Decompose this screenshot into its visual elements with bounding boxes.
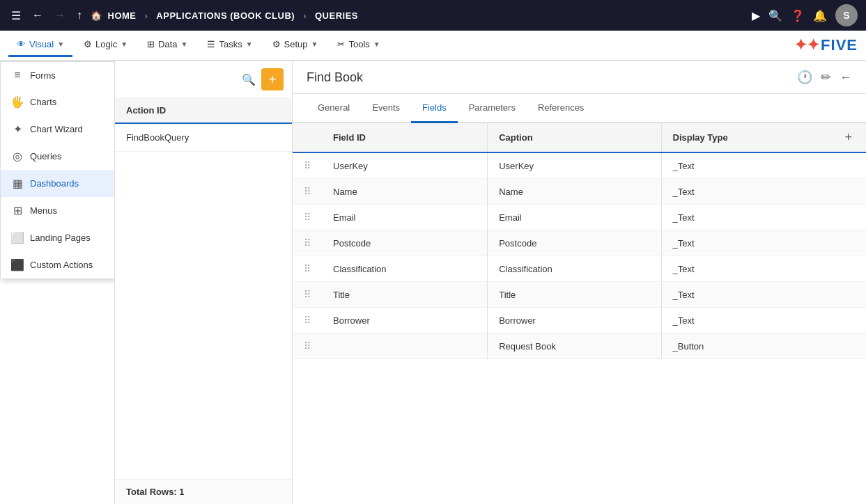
detail-actions: 🕐 ✏ ← (797, 70, 852, 85)
caption-cell: Title (488, 282, 660, 308)
data-caret: ▼ (181, 40, 188, 48)
field-id-cell: Classification (322, 256, 487, 282)
tasks-caret: ▼ (246, 40, 253, 48)
menu-item-menus[interactable]: ⊞ Menus (1, 197, 114, 224)
field-id-col-header: Field ID (322, 123, 487, 152)
tasks-icon: ☰ (207, 39, 215, 49)
nav-item-tools[interactable]: ✂ Tools ▼ (329, 33, 388, 57)
help-icon[interactable]: ❓ (791, 9, 805, 22)
drag-handle[interactable]: ⠿ (293, 282, 322, 308)
breadcrumb-app[interactable]: APPLICATIONS (BOOK CLUB) (156, 10, 295, 21)
menu-item-chart-wizard[interactable]: ✦ Chart Wizard (1, 116, 114, 143)
chart-wizard-icon: ✦ (10, 123, 24, 136)
edit-button[interactable]: ✏ (821, 70, 831, 85)
drag-handle[interactable]: ⠿ (293, 308, 322, 333)
display-type-col-header: Display Type (662, 123, 831, 152)
menu-item-queries[interactable]: ◎ Queries (1, 143, 114, 170)
play-icon[interactable]: ▶ (752, 9, 760, 22)
back-button[interactable]: ← (840, 70, 852, 85)
drag-handle[interactable]: ⠿ (293, 205, 322, 230)
breadcrumb-sep2: › (303, 10, 307, 21)
menu-item-landing-pages[interactable]: ⬜ Landing Pages (1, 224, 114, 251)
query-row[interactable]: FindBookQuery (115, 124, 292, 152)
add-query-button[interactable]: + (261, 68, 284, 90)
nav-item-visual[interactable]: 👁 Visual ▼ (8, 33, 72, 57)
field-id-cell: Postcode (322, 230, 487, 256)
caption-cell: Request Book (488, 333, 660, 359)
menu-item-forms[interactable]: ≡ Forms (1, 62, 114, 88)
breadcrumb-queries[interactable]: QUERIES (315, 10, 358, 21)
hamburger-icon[interactable]: ☰ (8, 6, 24, 25)
user-avatar[interactable]: S (835, 4, 858, 26)
back-icon[interactable]: ← (29, 6, 46, 24)
search-icon[interactable]: 🔍 (768, 9, 782, 22)
secondary-nav-bar: 👁 Visual ▼ ⚙ Logic ▼ ⊞ Data ▼ ☰ Tasks ▼ … (0, 31, 866, 61)
action-id-column-header: Action ID (115, 98, 292, 124)
custom-actions-icon: ⬛ (10, 258, 24, 271)
display-type-cell: _Text (662, 205, 831, 230)
tab-references[interactable]: References (527, 94, 595, 123)
table-row[interactable]: ⠿ Postcode Postcode _Text (293, 230, 866, 256)
breadcrumb-home[interactable]: HOME (108, 10, 137, 21)
table-row[interactable]: ⠿ Borrower Borrower _Text (293, 308, 866, 333)
dashboards-icon: ▦ (10, 177, 24, 190)
data-icon: ⊞ (147, 39, 155, 49)
up-icon[interactable]: ↑ (74, 6, 85, 24)
nav-item-setup[interactable]: ⚙ Setup ▼ (264, 33, 327, 57)
table-row[interactable]: ⠿ Request Book _Button (293, 333, 866, 359)
tab-general[interactable]: General (307, 94, 361, 123)
menus-icon: ⊞ (10, 204, 24, 217)
drag-handle[interactable]: ⠿ (293, 152, 322, 179)
table-row[interactable]: ⠿ Email Email _Text (293, 205, 866, 230)
add-field-button[interactable]: + (842, 130, 855, 145)
row-actions-cell (830, 205, 866, 230)
breadcrumb: 🏠 HOME › APPLICATIONS (BOOK CLUB) › QUER… (91, 10, 358, 21)
landing-pages-icon: ⬜ (10, 231, 24, 244)
drag-handle[interactable]: ⠿ (293, 256, 322, 282)
field-id-cell: Name (322, 179, 487, 205)
table-row[interactable]: ⠿ Name Name _Text (293, 179, 866, 205)
logo-text: FIVE (821, 36, 858, 54)
tab-parameters[interactable]: Parameters (458, 94, 527, 123)
fields-table-container: Field ID Caption Display Type + ⠿ UserKe… (293, 123, 866, 504)
nav-item-tasks[interactable]: ☰ Tasks ▼ (199, 33, 261, 57)
caption-col-header: Caption (488, 123, 660, 152)
menu-item-charts[interactable]: 🖐 Charts (1, 88, 114, 116)
forward-icon[interactable]: → (52, 6, 68, 24)
display-type-cell: _Text (662, 282, 831, 308)
history-button[interactable]: 🕐 (797, 70, 812, 85)
logic-caret: ▼ (121, 40, 127, 48)
display-type-cell: _Text (662, 230, 831, 256)
detail-title: Find Book (307, 70, 363, 85)
drag-handle[interactable]: ⠿ (293, 333, 322, 359)
main-container: ≡ Forms 🖐 Charts ✦ Chart Wizard ◎ Querie… (0, 61, 866, 504)
table-row[interactable]: ⠿ Classification Classification _Text (293, 256, 866, 282)
visual-dropdown-menu: ≡ Forms 🖐 Charts ✦ Chart Wizard ◎ Querie… (0, 61, 115, 279)
top-nav-right: ▶ 🔍 ❓ 🔔 S (752, 4, 858, 26)
nav-item-data[interactable]: ⊞ Data ▼ (139, 33, 196, 57)
table-row[interactable]: ⠿ UserKey UserKey _Text (293, 152, 866, 179)
row-actions-cell (830, 333, 866, 359)
logic-icon: ⚙ (84, 39, 92, 49)
menu-item-custom-actions[interactable]: ⬛ Custom Actions (1, 251, 114, 278)
tabs-bar: General Events Fields Parameters Referen… (293, 94, 866, 123)
drag-handle[interactable]: ⠿ (293, 179, 322, 205)
caption-cell: Name (488, 179, 660, 205)
field-id-cell: UserKey (322, 152, 487, 179)
tab-fields[interactable]: Fields (411, 94, 458, 123)
home-icon: 🏠 (91, 10, 102, 21)
detail-panel: Find Book 🕐 ✏ ← General Events Fields Pa… (293, 61, 866, 504)
display-type-cell: _Text (662, 152, 831, 179)
table-row[interactable]: ⠿ Title Title _Text (293, 282, 866, 308)
fields-table: Field ID Caption Display Type + ⠿ UserKe… (293, 123, 866, 359)
display-type-cell: _Text (662, 256, 831, 282)
drag-handle[interactable]: ⠿ (293, 230, 322, 256)
bell-icon[interactable]: 🔔 (813, 9, 827, 22)
menu-item-dashboards[interactable]: ▦ Dashboards (1, 170, 114, 197)
search-button[interactable]: 🔍 (242, 73, 256, 86)
caption-cell: Email (488, 205, 660, 230)
nav-item-logic[interactable]: ⚙ Logic ▼ (75, 33, 136, 57)
forms-icon: ≡ (10, 69, 24, 81)
field-id-cell: Title (322, 282, 487, 308)
tab-events[interactable]: Events (361, 94, 411, 123)
